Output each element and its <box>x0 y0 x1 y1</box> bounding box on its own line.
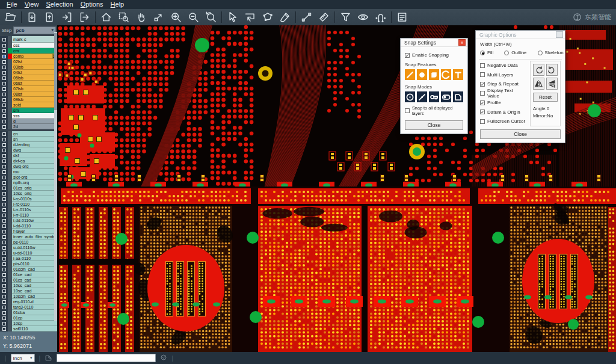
layer-row-npth-org[interactable]: npth-org <box>0 180 57 185</box>
menu-item-options[interactable]: Options <box>77 0 107 9</box>
layer-row-cn[interactable]: cn <box>0 131 57 137</box>
layer-checkbox[interactable] <box>2 149 6 152</box>
select-arrow-button[interactable] <box>224 10 241 25</box>
radio-skeleton[interactable] <box>538 51 543 55</box>
snap-close-button[interactable]: Close <box>405 120 463 130</box>
layer-row-sm[interactable]: sm <box>0 108 57 113</box>
layer-checkbox[interactable] <box>2 208 6 212</box>
layer-row-01cs_cad[interactable]: 01cs_cad <box>0 277 57 283</box>
option-row-multi-layers[interactable]: Multi Layers <box>480 70 526 80</box>
snap-circle-button[interactable] <box>417 69 427 80</box>
layer-checkbox[interactable] <box>2 143 6 147</box>
menu-item-file[interactable]: File <box>3 0 21 9</box>
layer-checkbox[interactable] <box>2 176 6 179</box>
layer-row-2d[interactable]: 2d <box>0 124 57 129</box>
layer-row-i-rr-0110s[interactable]: i-rr-0110s <box>0 207 57 212</box>
zoom-previous-button[interactable] <box>202 10 220 25</box>
layer-checkbox[interactable] <box>2 279 6 282</box>
layer-row-dxf-ea[interactable]: dxf-ea <box>0 158 57 164</box>
layer-checkbox[interactable] <box>2 257 6 261</box>
checkbox[interactable] <box>480 72 485 77</box>
save-file-button[interactable] <box>23 10 41 25</box>
layer-checkbox[interactable] <box>2 60 6 64</box>
zoom-out-button[interactable] <box>185 10 202 25</box>
snap-magnet-button[interactable] <box>372 10 389 25</box>
checkbox[interactable]: ✓ <box>480 100 485 105</box>
layer-row-i-rc-0110s[interactable]: i-rc-0110s <box>0 196 57 202</box>
move-vertex-button[interactable] <box>150 10 167 25</box>
snap-arc-button[interactable] <box>441 69 451 80</box>
layer-row-01cp[interactable]: 01cp <box>0 315 57 321</box>
layer-row-slot-org[interactable]: slot-org <box>0 174 57 180</box>
layer-checkbox[interactable] <box>2 93 6 96</box>
select-rect-button[interactable] <box>241 10 259 25</box>
layer-checkbox[interactable] <box>2 103 6 107</box>
layer-row-08lst[interactable]: 08lst <box>0 91 57 97</box>
layer-checkbox[interactable] <box>2 187 6 190</box>
layer-checkbox[interactable] <box>2 192 6 196</box>
layer-list-scrollbar[interactable] <box>54 32 57 321</box>
layer-checkbox[interactable] <box>2 71 6 75</box>
mirror-horizontal-button[interactable] <box>533 78 544 90</box>
checkbox[interactable] <box>480 91 485 96</box>
layer-checkbox[interactable] <box>2 44 6 48</box>
mode-element-button[interactable] <box>417 91 427 102</box>
layer-row-d-tenting[interactable]: d-tenting <box>0 142 57 147</box>
layer-row-03lsb[interactable]: 03lsb <box>0 64 57 70</box>
option-row-profile[interactable]: ✓Profile <box>480 98 526 108</box>
load-file-button[interactable] <box>41 10 58 25</box>
layer-row-07lsb[interactable]: 07lsb <box>0 86 57 91</box>
layer-checkbox[interactable] <box>2 49 6 53</box>
layer-row-sss[interactable]: sss <box>0 113 57 119</box>
snap-dialog-titlebar[interactable]: Snap Settings x <box>401 39 467 47</box>
home-button[interactable] <box>97 10 115 25</box>
layer-checkbox[interactable] <box>2 268 6 271</box>
layer-checkbox[interactable] <box>2 284 6 288</box>
view-eye-button[interactable] <box>354 10 372 25</box>
close-icon[interactable] <box>556 31 563 38</box>
layer-row-sold[interactable]: sold <box>0 102 57 108</box>
layer-checkbox[interactable] <box>2 235 6 239</box>
layer-row-i-dd-0110w[interactable]: i-dd-0110w <box>0 218 57 223</box>
layer-checkbox[interactable] <box>2 197 6 201</box>
layer-checkbox[interactable] <box>2 38 6 42</box>
layer-row-dwg[interactable]: dwg <box>0 147 57 153</box>
layer-checkbox[interactable] <box>2 109 6 113</box>
mode-chamfer-button[interactable] <box>453 91 463 102</box>
layer-checkbox[interactable] <box>2 289 6 293</box>
layer-checkbox[interactable] <box>2 55 6 58</box>
open-folder-button[interactable] <box>2 10 19 25</box>
layer-checkbox[interactable] <box>2 132 6 136</box>
layer-checkbox[interactable] <box>2 230 6 233</box>
zoom-window-button[interactable] <box>115 10 132 25</box>
layer-checkbox[interactable] <box>2 170 6 174</box>
layer-row-pe-0110[interactable]: pe-0110 <box>0 239 57 245</box>
layer-checkbox[interactable] <box>2 306 6 309</box>
layer-checkbox[interactable] <box>2 87 6 91</box>
snap-line-button[interactable] <box>405 69 415 80</box>
command-input[interactable] <box>57 354 156 362</box>
layer-row-css[interactable]: css <box>0 43 57 48</box>
option-row-negative-data[interactable]: Negative Data <box>480 61 526 70</box>
zoom-in-button[interactable] <box>167 10 185 25</box>
mode-keyhole-button[interactable] <box>429 91 439 102</box>
graphic-dialog-titlebar[interactable]: Graphic Options <box>476 31 565 39</box>
layer-checkbox[interactable] <box>2 311 6 315</box>
step-dropdown[interactable]: pcb ▾ <box>13 26 56 34</box>
checkbox[interactable] <box>480 119 485 124</box>
option-row-step-repeat[interactable]: ✓Step & Repeat <box>480 79 526 89</box>
layer-checkbox[interactable] <box>2 251 6 255</box>
layer-row-sn[interactable]: sn <box>0 137 57 142</box>
pan-hand-button[interactable] <box>132 10 150 25</box>
layer-row-f-layer[interactable]: f-layer <box>0 229 57 234</box>
layer-row-i-rc-0110[interactable]: i-rc-0110 <box>0 202 57 207</box>
layer-row-10scm_cad[interactable]: 10scm_cad <box>0 294 57 299</box>
select-polygon-button[interactable] <box>259 10 276 25</box>
snap-all-layers-row[interactable]: Snap to all displayed layers <box>405 105 463 116</box>
enable-snapping-checkbox[interactable]: ✓ <box>405 53 410 58</box>
checkbox[interactable]: ✓ <box>480 110 485 114</box>
layer-checkbox[interactable] <box>2 76 6 80</box>
layer-row-saf0110[interactable]: saf0110 <box>0 326 57 332</box>
export-door-button[interactable] <box>76 10 93 25</box>
layer-checkbox[interactable] <box>2 316 6 320</box>
